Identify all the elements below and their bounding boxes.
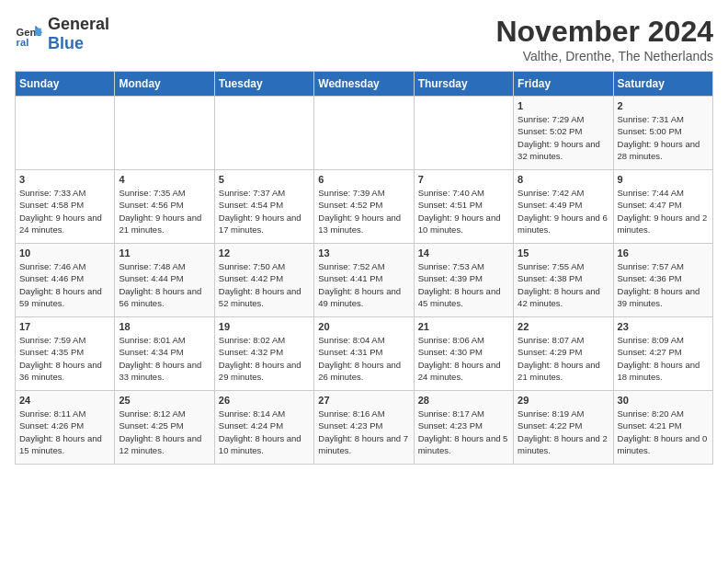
calendar-cell: 5Sunrise: 7:37 AM Sunset: 4:54 PM Daylig… (214, 170, 313, 244)
day-number: 30 (618, 395, 709, 406)
day-header-thursday: Thursday (414, 72, 513, 97)
calendar-cell: 21Sunrise: 8:06 AM Sunset: 4:30 PM Dayli… (414, 317, 513, 391)
day-number: 3 (19, 174, 110, 185)
logo-icon: Gene ral (15, 19, 44, 49)
day-info: Sunrise: 7:33 AM Sunset: 4:58 PM Dayligh… (19, 187, 110, 236)
day-number: 2 (618, 100, 709, 111)
day-number: 6 (318, 174, 409, 185)
logo-general: General (48, 15, 109, 33)
day-info: Sunrise: 7:39 AM Sunset: 4:52 PM Dayligh… (318, 187, 409, 236)
day-number: 21 (418, 321, 509, 332)
calendar-table: SundayMondayTuesdayWednesdayThursdayFrid… (15, 71, 713, 465)
calendar-body: 1Sunrise: 7:29 AM Sunset: 5:02 PM Daylig… (16, 97, 713, 465)
svg-marker-3 (35, 29, 40, 36)
day-info: Sunrise: 7:46 AM Sunset: 4:46 PM Dayligh… (19, 260, 110, 309)
day-info: Sunrise: 7:31 AM Sunset: 5:00 PM Dayligh… (618, 113, 709, 162)
calendar-cell: 19Sunrise: 8:02 AM Sunset: 4:32 PM Dayli… (214, 317, 313, 391)
calendar-cell: 2Sunrise: 7:31 AM Sunset: 5:00 PM Daylig… (613, 97, 712, 170)
calendar-cell: 11Sunrise: 7:48 AM Sunset: 4:44 PM Dayli… (115, 244, 214, 317)
day-number: 4 (119, 174, 210, 185)
calendar-cell (16, 97, 115, 170)
calendar-cell (115, 97, 214, 170)
day-info: Sunrise: 7:53 AM Sunset: 4:39 PM Dayligh… (418, 260, 509, 309)
calendar-cell (414, 97, 513, 170)
day-number: 12 (219, 247, 310, 259)
calendar-cell: 20Sunrise: 8:04 AM Sunset: 4:31 PM Dayli… (314, 317, 414, 391)
day-number: 8 (518, 174, 609, 185)
day-info: Sunrise: 7:48 AM Sunset: 4:44 PM Dayligh… (119, 260, 210, 309)
day-number: 25 (119, 395, 210, 406)
day-number: 29 (518, 395, 609, 406)
day-info: Sunrise: 8:20 AM Sunset: 4:21 PM Dayligh… (618, 408, 709, 456)
calendar-cell: 14Sunrise: 7:53 AM Sunset: 4:39 PM Dayli… (414, 244, 513, 317)
header: Gene ral General Blue November 2024 Valt… (15, 15, 713, 63)
day-info: Sunrise: 7:50 AM Sunset: 4:42 PM Dayligh… (219, 260, 310, 309)
calendar-cell: 26Sunrise: 8:14 AM Sunset: 4:24 PM Dayli… (214, 391, 313, 465)
day-info: Sunrise: 8:07 AM Sunset: 4:29 PM Dayligh… (518, 334, 609, 383)
day-info: Sunrise: 8:04 AM Sunset: 4:31 PM Dayligh… (318, 334, 409, 383)
calendar-header-row: SundayMondayTuesdayWednesdayThursdayFrid… (16, 72, 713, 97)
day-number: 27 (318, 395, 409, 406)
day-info: Sunrise: 7:29 AM Sunset: 5:02 PM Dayligh… (518, 113, 609, 162)
day-number: 17 (19, 321, 110, 332)
calendar-cell: 29Sunrise: 8:19 AM Sunset: 4:22 PM Dayli… (514, 391, 613, 465)
day-number: 26 (219, 395, 310, 406)
calendar-cell: 25Sunrise: 8:12 AM Sunset: 4:25 PM Dayli… (115, 391, 214, 465)
day-info: Sunrise: 8:11 AM Sunset: 4:26 PM Dayligh… (19, 408, 110, 456)
calendar-cell: 4Sunrise: 7:35 AM Sunset: 4:56 PM Daylig… (115, 170, 214, 244)
day-number: 22 (518, 321, 609, 332)
calendar-cell: 13Sunrise: 7:52 AM Sunset: 4:41 PM Dayli… (314, 244, 414, 317)
day-header-sunday: Sunday (16, 72, 115, 97)
day-number: 11 (119, 247, 210, 259)
calendar-cell: 28Sunrise: 8:17 AM Sunset: 4:23 PM Dayli… (414, 391, 513, 465)
day-info: Sunrise: 7:55 AM Sunset: 4:38 PM Dayligh… (518, 260, 609, 309)
day-header-tuesday: Tuesday (214, 72, 313, 97)
day-info: Sunrise: 8:17 AM Sunset: 4:23 PM Dayligh… (418, 408, 509, 456)
day-number: 15 (518, 247, 609, 259)
calendar-cell (314, 97, 414, 170)
logo-blue: Blue (48, 34, 84, 52)
day-info: Sunrise: 8:19 AM Sunset: 4:22 PM Dayligh… (518, 408, 609, 456)
month-title: November 2024 (495, 15, 713, 49)
day-info: Sunrise: 7:42 AM Sunset: 4:49 PM Dayligh… (518, 187, 609, 236)
calendar-cell: 16Sunrise: 7:57 AM Sunset: 4:36 PM Dayli… (613, 244, 712, 317)
calendar-cell: 17Sunrise: 7:59 AM Sunset: 4:35 PM Dayli… (16, 317, 115, 391)
day-info: Sunrise: 8:14 AM Sunset: 4:24 PM Dayligh… (219, 408, 310, 456)
day-info: Sunrise: 7:52 AM Sunset: 4:41 PM Dayligh… (318, 260, 409, 309)
title-area: November 2024 Valthe, Drenthe, The Nethe… (495, 15, 713, 63)
day-number: 7 (418, 174, 509, 185)
day-number: 10 (19, 247, 110, 259)
day-header-saturday: Saturday (613, 72, 712, 97)
day-info: Sunrise: 7:40 AM Sunset: 4:51 PM Dayligh… (418, 187, 509, 236)
day-number: 5 (219, 174, 310, 185)
day-info: Sunrise: 8:16 AM Sunset: 4:23 PM Dayligh… (318, 408, 409, 456)
day-info: Sunrise: 7:37 AM Sunset: 4:54 PM Dayligh… (219, 187, 310, 236)
calendar-week-3: 17Sunrise: 7:59 AM Sunset: 4:35 PM Dayli… (16, 317, 713, 391)
day-header-monday: Monday (115, 72, 214, 97)
calendar-cell: 3Sunrise: 7:33 AM Sunset: 4:58 PM Daylig… (16, 170, 115, 244)
day-info: Sunrise: 7:35 AM Sunset: 4:56 PM Dayligh… (119, 187, 210, 236)
calendar-cell (214, 97, 313, 170)
calendar-cell: 8Sunrise: 7:42 AM Sunset: 4:49 PM Daylig… (514, 170, 613, 244)
calendar-cell: 15Sunrise: 7:55 AM Sunset: 4:38 PM Dayli… (514, 244, 613, 317)
svg-text:ral: ral (17, 37, 29, 48)
calendar-cell: 10Sunrise: 7:46 AM Sunset: 4:46 PM Dayli… (16, 244, 115, 317)
day-info: Sunrise: 7:59 AM Sunset: 4:35 PM Dayligh… (19, 334, 110, 383)
day-info: Sunrise: 8:02 AM Sunset: 4:32 PM Dayligh… (219, 334, 310, 383)
calendar-cell: 1Sunrise: 7:29 AM Sunset: 5:02 PM Daylig… (514, 97, 613, 170)
calendar-week-2: 10Sunrise: 7:46 AM Sunset: 4:46 PM Dayli… (16, 244, 713, 317)
day-number: 20 (318, 321, 409, 332)
day-number: 23 (618, 321, 709, 332)
calendar-cell: 12Sunrise: 7:50 AM Sunset: 4:42 PM Dayli… (214, 244, 313, 317)
calendar-cell: 9Sunrise: 7:44 AM Sunset: 4:47 PM Daylig… (613, 170, 712, 244)
day-number: 13 (318, 247, 409, 259)
calendar-cell: 18Sunrise: 8:01 AM Sunset: 4:34 PM Dayli… (115, 317, 214, 391)
calendar-cell: 6Sunrise: 7:39 AM Sunset: 4:52 PM Daylig… (314, 170, 414, 244)
calendar-cell: 7Sunrise: 7:40 AM Sunset: 4:51 PM Daylig… (414, 170, 513, 244)
day-number: 1 (518, 100, 609, 111)
calendar-cell: 22Sunrise: 8:07 AM Sunset: 4:29 PM Dayli… (514, 317, 613, 391)
day-info: Sunrise: 7:57 AM Sunset: 4:36 PM Dayligh… (618, 260, 709, 309)
day-number: 18 (119, 321, 210, 332)
calendar-cell: 23Sunrise: 8:09 AM Sunset: 4:27 PM Dayli… (613, 317, 712, 391)
day-info: Sunrise: 8:12 AM Sunset: 4:25 PM Dayligh… (119, 408, 210, 456)
